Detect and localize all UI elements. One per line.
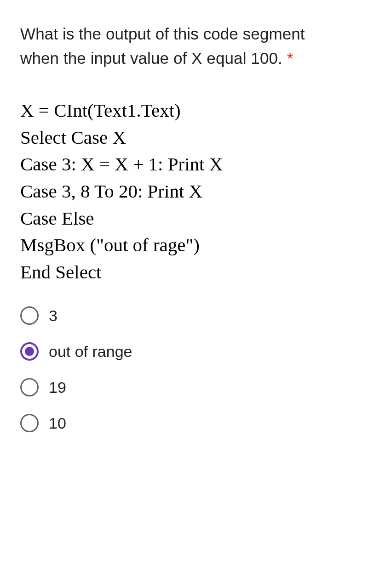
radio-icon bbox=[20, 342, 39, 361]
question-body: What is the output of this code segment … bbox=[20, 25, 305, 67]
radio-icon bbox=[20, 378, 39, 396]
option-19[interactable]: 19 bbox=[20, 378, 348, 396]
options-group: 3 out of range 19 10 bbox=[20, 306, 348, 432]
option-10[interactable]: 10 bbox=[20, 414, 348, 432]
option-label: 19 bbox=[49, 379, 66, 396]
code-line: Case Else bbox=[20, 205, 348, 232]
radio-icon bbox=[20, 414, 39, 432]
code-line: MsgBox ("out of rage") bbox=[20, 232, 348, 259]
code-line: End Select bbox=[20, 259, 348, 286]
option-label: out of range bbox=[49, 343, 132, 361]
code-line: Case 3: X = X + 1: Print X bbox=[20, 151, 348, 178]
code-line: Select Case X bbox=[20, 124, 348, 151]
code-block: X = CInt(Text1.Text) Select Case X Case … bbox=[20, 97, 348, 285]
code-line: Case 3, 8 To 20: Print X bbox=[20, 178, 348, 205]
option-label: 3 bbox=[49, 307, 58, 325]
option-label: 10 bbox=[49, 414, 66, 432]
required-asterisk: * bbox=[287, 49, 293, 67]
code-line: X = CInt(Text1.Text) bbox=[20, 97, 348, 124]
question-text: What is the output of this code segment … bbox=[20, 22, 348, 70]
radio-icon bbox=[20, 306, 39, 325]
option-out-of-range[interactable]: out of range bbox=[20, 342, 348, 361]
option-3[interactable]: 3 bbox=[20, 306, 348, 325]
